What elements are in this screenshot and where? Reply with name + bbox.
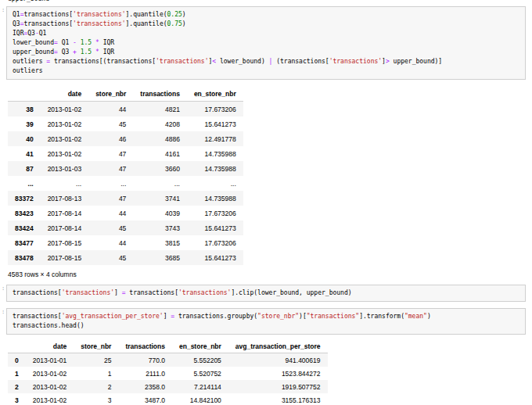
table-cell: 2013-01-01 bbox=[26, 353, 74, 367]
table-cell: 2013-01-02 bbox=[26, 393, 74, 405]
table-cell: 941.400619 bbox=[228, 353, 328, 367]
table-row: 32013-01-0233487.014.8421003155.176313 bbox=[8, 393, 328, 405]
table-cell: 15.641273 bbox=[187, 220, 243, 235]
table-cell: 47 bbox=[88, 161, 133, 176]
code-line: outliers bbox=[13, 66, 519, 76]
table-cell: 47 bbox=[88, 146, 133, 161]
code-line: outliers = transactions[(transactions['t… bbox=[13, 57, 519, 66]
row-index: 83424 bbox=[8, 220, 41, 235]
table-row: 834232017-08-1444403917.673206 bbox=[8, 206, 243, 220]
table-cell: 3155.176313 bbox=[228, 393, 328, 405]
table-row: 22013-01-0222358.07.2141141919.507752 bbox=[8, 380, 328, 393]
table-cell: 3487.0 bbox=[118, 393, 172, 405]
table-row: 02013-01-0125770.05.552205941.400619 bbox=[8, 353, 328, 367]
table-cell: 3660 bbox=[133, 161, 187, 176]
code-cell: :transactions['avg_transaction_per_store… bbox=[6, 308, 526, 335]
table-cell: 2013-01-02 bbox=[26, 367, 74, 380]
table-cell: 2013-01-02 bbox=[41, 146, 88, 161]
column-header: transactions bbox=[118, 339, 172, 353]
table-cell: ... bbox=[88, 176, 133, 191]
table-cell: 2017-08-15 bbox=[41, 235, 88, 250]
row-index: 2 bbox=[8, 380, 26, 393]
code-line: transactions['transactions'] = transacti… bbox=[13, 289, 519, 298]
cell-prompt-fragment: : bbox=[2, 7, 5, 13]
code-input[interactable]: transactions['avg_transaction_per_store'… bbox=[6, 308, 526, 335]
table-cell: 2 bbox=[74, 380, 118, 393]
table-cell: 2017-08-15 bbox=[41, 250, 88, 265]
code-line: IQR=Q3-Q1 bbox=[13, 29, 519, 38]
row-index: 39 bbox=[8, 116, 41, 131]
table-row: 402013-01-0246488612.491778 bbox=[8, 131, 243, 146]
table-row: 834242017-08-1445374315.641273 bbox=[8, 220, 243, 235]
column-header: date bbox=[41, 86, 88, 102]
row-index: 83478 bbox=[8, 250, 41, 265]
previous-output-fragment: upper_bound bbox=[8, 0, 532, 4]
row-index: 83372 bbox=[8, 191, 41, 206]
table-row: 833722017-08-1347374114.735988 bbox=[8, 191, 243, 206]
table-row: 382013-01-0244482117.673206 bbox=[8, 102, 243, 117]
table-cell: 3685 bbox=[133, 250, 187, 265]
row-index: 87 bbox=[8, 161, 41, 176]
table-cell: 3743 bbox=[133, 220, 187, 235]
column-header: transactions bbox=[133, 86, 187, 102]
notebook-cells: :Q1=transactions['transactions'].quantil… bbox=[0, 6, 532, 405]
table-cell: 44 bbox=[88, 206, 133, 220]
table-cell: 1523.844272 bbox=[228, 367, 328, 380]
dataframe-table: datestore_nbrtransactionsen_store_nbr382… bbox=[8, 86, 243, 265]
row-index: 0 bbox=[8, 353, 26, 367]
dataframe-table: datestore_nbrtransactionsen_store_nbravg… bbox=[8, 339, 328, 405]
row-index: ... bbox=[8, 176, 41, 191]
table-cell: ... bbox=[41, 176, 88, 191]
cell-prompt-fragment: : bbox=[2, 309, 5, 315]
table-row: 872013-01-0347366014.735988 bbox=[8, 161, 243, 176]
table-header-row: datestore_nbrtransactionsen_store_nbravg… bbox=[8, 339, 328, 353]
column-header: date bbox=[26, 339, 74, 353]
table-cell: 2013-01-02 bbox=[26, 380, 74, 393]
table-row: 392013-01-0245420815.641273 bbox=[8, 116, 243, 131]
code-input[interactable]: Q1=transactions['transactions'].quantile… bbox=[6, 6, 526, 80]
table-cell: 770.0 bbox=[118, 353, 172, 367]
row-index: 40 bbox=[8, 131, 41, 146]
table-cell: 14.735988 bbox=[187, 146, 243, 161]
table-cell: 15.641273 bbox=[187, 250, 243, 265]
code-line: upper_bound= Q3 + 1.5 * IQR bbox=[13, 48, 519, 57]
table-cell: 2013-01-03 bbox=[41, 161, 88, 176]
table-cell: 2013-01-02 bbox=[41, 102, 88, 117]
table-cell: 45 bbox=[88, 220, 133, 235]
table-cell: 25 bbox=[74, 353, 118, 367]
table-row: 834772017-08-1544381517.673206 bbox=[8, 235, 243, 250]
table-cell: 12.491778 bbox=[187, 131, 243, 146]
table-row: 834782017-08-1545368515.641273 bbox=[8, 250, 243, 265]
table-cell: 2017-08-13 bbox=[41, 191, 88, 206]
row-index: 3 bbox=[8, 393, 26, 405]
row-index: 38 bbox=[8, 102, 41, 117]
dataframe-output: datestore_nbrtransactionsen_store_nbravg… bbox=[8, 339, 532, 405]
table-cell: 44 bbox=[88, 235, 133, 250]
column-header: en_store_nbr bbox=[172, 339, 228, 353]
table-cell: 2111.0 bbox=[118, 367, 172, 380]
dataframe-shape-label: 4583 rows × 4 columns bbox=[8, 271, 532, 278]
table-cell: 7.214114 bbox=[172, 380, 228, 393]
table-row: 12013-01-0212111.05.5207521523.844272 bbox=[8, 367, 328, 380]
table-cell: 17.673206 bbox=[187, 235, 243, 250]
column-header: avg_transaction_per_store bbox=[228, 339, 328, 353]
code-line: Q1=transactions['transactions'].quantile… bbox=[13, 10, 519, 20]
table-cell: 3 bbox=[74, 393, 118, 405]
table-cell: 5.552205 bbox=[172, 353, 228, 367]
code-cell: :Q1=transactions['transactions'].quantil… bbox=[6, 6, 526, 80]
table-header-row: datestore_nbrtransactionsen_store_nbr bbox=[8, 86, 243, 102]
column-header: store_nbr bbox=[88, 86, 133, 102]
table-cell: 2358.0 bbox=[118, 380, 172, 393]
code-input[interactable]: transactions['transactions'] = transacti… bbox=[6, 285, 526, 302]
dataframe-output: datestore_nbrtransactionsen_store_nbr382… bbox=[8, 86, 532, 278]
table-cell: 3815 bbox=[133, 235, 187, 250]
table-cell: 4039 bbox=[133, 206, 187, 220]
column-header: en_store_nbr bbox=[187, 86, 243, 102]
table-cell: 47 bbox=[88, 191, 133, 206]
table-cell: 46 bbox=[88, 131, 133, 146]
code-line: Q3=transactions['transactions'].quantile… bbox=[13, 20, 519, 29]
column-header: store_nbr bbox=[74, 339, 118, 353]
table-cell: 2013-01-02 bbox=[41, 116, 88, 131]
code-cell: :transactions['transactions'] = transact… bbox=[6, 285, 526, 302]
previous-output-text: upper_bound bbox=[8, 0, 532, 2]
